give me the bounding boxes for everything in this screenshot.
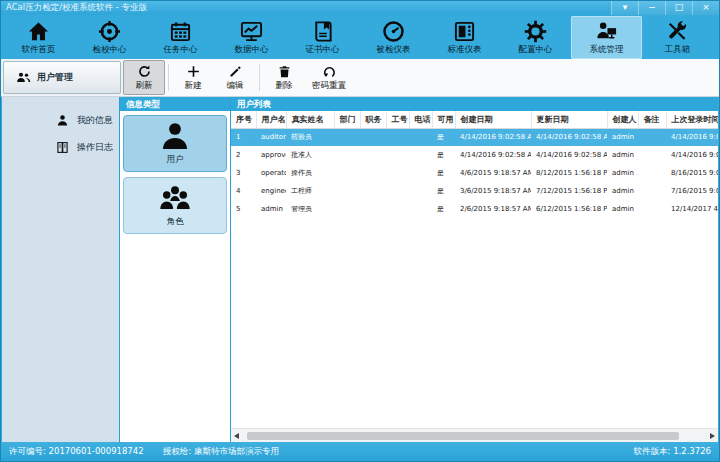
table-cell: 6/12/2015 1:56:18 PM [531,200,607,218]
ribbon-item-test-gauges[interactable]: 被检仪表 [358,16,429,59]
table-row[interactable]: 1auditor核验员是4/14/2016 9:02:58 AM4/14/201… [231,128,718,146]
column-header[interactable]: 更新日期 [531,111,607,128]
column-header[interactable]: 部门 [334,111,360,128]
edit-button[interactable]: 编辑 [214,60,256,95]
version-value: 1.2.3726 [673,446,711,456]
ribbon-item-system-management[interactable]: 系统管理 [571,16,642,59]
certificate-book-icon [311,20,334,43]
column-header[interactable]: 职务 [360,111,386,128]
new-button[interactable]: 新建 [172,60,214,95]
table-cell: 是 [432,164,455,182]
table-cell [638,146,666,164]
table-cell [386,128,409,146]
column-header[interactable]: 可用 [432,111,455,128]
table-row[interactable]: 2approver批准人是4/14/2016 9:02:58 AM4/14/20… [231,146,718,164]
users-icon [16,70,31,85]
table-row[interactable]: 4engineer工程师是3/6/2015 9:18:57 AM7/12/201… [231,182,718,200]
gear-icon [524,20,547,43]
ribbon-item-certificate-center[interactable]: 证书中心 [287,16,358,59]
table-cell [360,182,386,200]
ribbon-item-config-center[interactable]: 配置中心 [500,16,571,59]
password-reset-button[interactable]: 密码重置 [305,60,353,95]
column-header[interactable]: 用户名 [256,111,286,128]
maximize-button[interactable]: □ [665,1,692,15]
app-window: ACal压力检定/校准系统软件 - 专业版 ▾ − □ × 软件首页 检校中心 … [0,0,720,462]
table-cell: 4/14/2016 9:02:58 AM [455,146,531,164]
version-info: 软件版本: 1.2.3726 [634,446,711,458]
trash-icon [277,64,292,79]
module-header-label: 用户管理 [37,71,73,84]
table-row[interactable]: 5admin管理员是2/6/2015 9:18:57 AM6/12/2015 1… [231,200,718,218]
table-cell: 2/6/2015 9:18:57 AM [455,200,531,218]
sidebar-item-my-info[interactable]: 我的信息 [2,107,119,134]
table-cell [409,128,432,146]
table-row[interactable]: 3operator操作员是4/6/2015 9:18:57 AM8/12/201… [231,164,718,182]
column-header[interactable]: 上次登录时间 [666,111,718,128]
table-cell: 7/16/2015 9:0 [666,182,718,200]
toolbar-separator [168,64,169,91]
column-header[interactable]: 真实姓名 [286,111,334,128]
column-header[interactable]: 工号 [386,111,409,128]
table-cell: 12/14/2017 4 [666,200,718,218]
ribbon-item-toolbox[interactable]: 工具箱 [642,16,713,59]
ribbon-item-data-center[interactable]: 数据中心 [216,16,287,59]
table-cell: auditor [256,128,286,146]
column-header[interactable]: 创建日期 [455,111,531,128]
module-header-user-management[interactable]: 用户管理 [3,61,121,94]
column-header[interactable]: 电话 [409,111,432,128]
table-cell [386,182,409,200]
info-type-panel: 信息类型 用户 角色 [119,97,231,442]
license-info: 许可编号: 20170601-000918742 授权给: 康斯特市场部演示专用 [9,446,279,458]
table-cell [334,200,360,218]
column-header[interactable]: 创建人 [607,111,638,128]
ribbon-item-home[interactable]: 软件首页 [3,16,74,59]
horizontal-scrollbar[interactable] [231,428,718,442]
window-title: ACal压力检定/校准系统软件 - 专业版 [1,2,147,14]
gauge-icon [382,20,405,43]
user-list-title: 用户列表 [231,97,718,111]
tools-icon [666,20,689,43]
user-icon [158,121,192,153]
scroll-left-arrow[interactable] [234,433,239,439]
table-cell: 操作员 [286,164,334,182]
table-cell: 4/14/2016 9:02:58 AM [531,128,607,146]
close-button[interactable]: × [692,1,719,15]
ribbon-item-calibration-center[interactable]: 检校中心 [74,16,145,59]
user-computer-icon [595,20,618,43]
table-cell [409,200,432,218]
card-role[interactable]: 角色 [123,177,227,234]
scroll-right-arrow[interactable] [710,433,715,439]
target-icon [98,20,121,43]
table-cell [638,200,666,218]
column-header[interactable]: 序号 [231,111,256,128]
table-cell [386,200,409,218]
minimize-button[interactable]: − [638,1,665,15]
table-cell [360,200,386,218]
sidebar-item-operation-log[interactable]: 操作日志 [2,134,119,161]
roles-group-icon [158,183,192,215]
skin-button[interactable]: ▾ [611,1,638,15]
table-cell: 5 [231,200,256,218]
table-cell: 8/12/2015 1:56:18 PM [531,164,607,182]
table-cell: 4/14/2016 9:02:58 AM [531,146,607,164]
column-header[interactable]: 备注 [638,111,666,128]
instrument-panel-icon [453,20,476,43]
table-cell: 管理员 [286,200,334,218]
calendar-icon [169,20,192,43]
refresh-button[interactable]: 刷新 [123,60,165,95]
version-label: 软件版本: [634,446,671,456]
table-cell [386,146,409,164]
table-cell: 是 [432,182,455,200]
table-cell [638,128,666,146]
table-cell [334,182,360,200]
reset-icon [322,64,337,79]
table-cell [334,164,360,182]
table-cell: admin [607,146,638,164]
delete-button[interactable]: 删除 [263,60,305,95]
ribbon-item-task-center[interactable]: 任务中心 [145,16,216,59]
card-user[interactable]: 用户 [123,115,227,172]
main-area: 我的信息 操作日志 信息类型 用户 角色 用户列表 [2,97,718,442]
ribbon-item-standard-instruments[interactable]: 标准仪表 [429,16,500,59]
scrollbar-thumb[interactable] [247,432,679,440]
licensee-label: 授权给: [163,446,191,456]
